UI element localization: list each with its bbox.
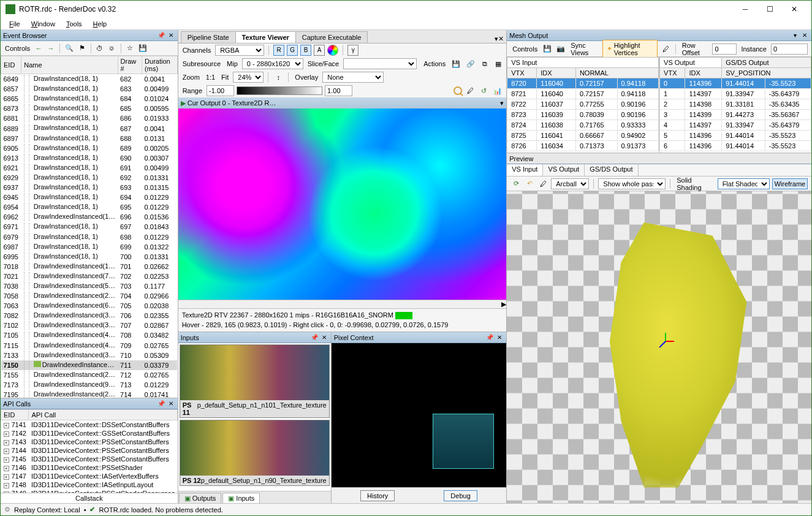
undo-icon[interactable]: ↶ xyxy=(524,178,535,189)
tab-outputs[interactable]: ▣ Outputs xyxy=(179,493,222,503)
vertex-row[interactable]: 111439791.33947-35.64379 xyxy=(660,89,811,99)
hscroll-right[interactable]: ▶ xyxy=(501,300,506,308)
col-duration[interactable]: Duration (ms) xyxy=(142,56,178,74)
event-row[interactable]: 6995DrawInstanced(18, 1)7000.01331 xyxy=(1,252,178,262)
col-draw[interactable]: Draw # xyxy=(118,56,142,74)
event-row[interactable]: 7150DrawIndexedInstance…7110.03379 xyxy=(1,360,178,370)
event-row[interactable]: 7021DrawIndexedInstanced(7…7020.02253 xyxy=(1,271,178,281)
gamma-button[interactable]: γ xyxy=(347,45,359,56)
event-row[interactable]: 6881DrawInstanced(18, 1)6860.01933 xyxy=(1,113,178,123)
vertex-row[interactable]: 611439691.44014-35.5523 xyxy=(660,141,811,151)
api-call-row[interactable]: +7141ID3D11DeviceContext::DSSetConstantB… xyxy=(1,420,178,430)
vertex-row[interactable]: 87211160400.721570.94118 xyxy=(507,89,659,99)
event-row[interactable]: 7038DrawIndexedInstanced(5…7030.1177 xyxy=(1,281,178,291)
event-row[interactable]: 7115DrawIndexedInstanced(4…7090.02765 xyxy=(1,341,178,351)
event-row[interactable]: 7018DrawIndexedInstanced(1…7010.02662 xyxy=(1,262,178,271)
api-call-row[interactable]: +7144ID3D11DeviceContext::PSSetConstantB… xyxy=(1,446,178,455)
pin-icon[interactable]: 📌 xyxy=(485,333,494,342)
vertex-row[interactable]: 011439691.44014-35.5523 xyxy=(660,78,811,89)
wand-icon[interactable]: 🖊 xyxy=(465,85,476,96)
event-row[interactable]: 6929DrawInstanced(18, 1)6920.01331 xyxy=(1,173,178,183)
event-row[interactable]: 6945DrawInstanced(18, 1)6940.01229 xyxy=(1,192,178,202)
debug-button[interactable]: Debug xyxy=(444,490,477,501)
col-eid[interactable]: EID xyxy=(1,56,21,74)
api-call-row[interactable]: +7142ID3D11DeviceContext::GSSetConstantB… xyxy=(1,429,178,438)
mip-select[interactable]: 0 - 2880x1620 xyxy=(242,58,303,69)
vs-input-table[interactable]: VS Input VTX IDX NORMAL 87201160400.7215… xyxy=(507,57,659,153)
event-row[interactable]: 6979DrawInstanced(18, 1)6980.01229 xyxy=(1,232,178,242)
event-row[interactable]: 7102DrawIndexedInstanced(3…7070.02867 xyxy=(1,321,178,330)
tab-pipeline-state[interactable]: Pipeline State xyxy=(181,31,236,43)
pin-icon[interactable]: 📌 xyxy=(310,333,319,342)
col-call[interactable]: API Call xyxy=(29,410,177,420)
close-icon[interactable]: ✕ xyxy=(167,400,175,408)
next-arrow-icon[interactable]: → xyxy=(45,43,56,54)
event-row[interactable]: 7195DrawIndexedInstanced(2…7140.01741 xyxy=(1,390,178,398)
preview-tab-vs-input[interactable]: VS Input xyxy=(507,164,543,176)
minimize-button[interactable]: ─ xyxy=(733,2,757,16)
range-slider[interactable] xyxy=(237,86,322,95)
texture-view[interactable] xyxy=(178,108,507,300)
close-icon[interactable]: ✕ xyxy=(167,31,175,40)
save-icon[interactable]: 💾 xyxy=(542,44,553,55)
camera-mode-select[interactable]: Arcball xyxy=(551,178,589,189)
api-call-row[interactable]: +7146ID3D11DeviceContext::PSSetShader xyxy=(1,463,178,472)
histogram-icon[interactable]: 📊 xyxy=(491,85,504,96)
vertex-row[interactable]: 87221160370.772550.90196 xyxy=(507,99,659,110)
vertex-row[interactable]: 511439691.44014-35.5523 xyxy=(660,131,811,141)
history-button[interactable]: History xyxy=(360,490,395,501)
refresh-icon[interactable]: ⟳ xyxy=(510,178,522,189)
vertex-row[interactable]: 87231160390.780390.90196 xyxy=(507,110,659,120)
close-icon[interactable]: ✕ xyxy=(800,31,809,40)
menu-help[interactable]: Help xyxy=(88,19,112,29)
vertex-row[interactable]: 87261160340.713730.91373 xyxy=(507,141,659,151)
event-table[interactable]: EID Name Draw # Duration (ms) 6849DrawIn… xyxy=(1,56,178,398)
vertex-row[interactable]: 87201160400.721570.94118 xyxy=(507,78,659,89)
menu-window[interactable]: Window xyxy=(26,19,60,29)
event-row[interactable]: 6921DrawInstanced(18, 1)6910.00499 xyxy=(1,163,178,173)
bookmark-icon[interactable]: ☆ xyxy=(124,43,135,54)
dropdown-icon[interactable]: ▾ xyxy=(791,31,799,40)
event-row[interactable]: 7063DrawIndexedInstanced(6…7050.02038 xyxy=(1,301,178,311)
input-thumbnail[interactable]: PS 11p_default_Setup_n1_n101_Texture_tex… xyxy=(180,344,330,418)
channels-select[interactable]: RGBA xyxy=(215,45,264,56)
range-high-input[interactable] xyxy=(325,85,352,96)
highlight-vertices-button[interactable]: ✦Highlight Vertices xyxy=(602,40,658,58)
event-row[interactable]: 6865DrawInstanced(18, 1)6840.01024 xyxy=(1,94,178,104)
texture-output-tab[interactable]: ▶ Cur Output 0 - Texture2D R… ▾ xyxy=(178,97,507,108)
instance-input[interactable] xyxy=(771,44,808,55)
event-row[interactable]: 6962DrawIndexedInstanced(1…6960.01536 xyxy=(1,212,178,222)
event-row[interactable]: 6971DrawInstanced(18, 1)6970.01843 xyxy=(1,222,178,232)
channel-g-button[interactable]: G xyxy=(287,45,298,56)
col-name[interactable]: Name xyxy=(21,56,118,74)
event-row[interactable]: 6873DrawInstanced(18, 1)6850.00595 xyxy=(1,104,178,113)
zoom-1to1-button[interactable]: 1:1 xyxy=(204,72,217,83)
vs-output-table[interactable]: VS Output GS/DS Output VTX IDX SV_POSITI… xyxy=(659,57,811,153)
menu-tools[interactable]: Tools xyxy=(61,19,87,29)
range-low-input[interactable] xyxy=(207,85,234,96)
api-calls-table[interactable]: EID API Call +7141ID3D11DeviceContext::D… xyxy=(1,409,178,493)
popout-icon[interactable]: ⧉ xyxy=(479,58,490,69)
grid-icon[interactable]: ▦ xyxy=(493,58,504,69)
event-row[interactable]: 6987DrawInstanced(18, 1)6990.01322 xyxy=(1,242,178,252)
event-row[interactable]: 7155DrawIndexedInstanced(2…7120.02765 xyxy=(1,370,178,380)
col-eid[interactable]: EID xyxy=(1,410,29,420)
vertex-row[interactable]: 311439991.44273-35.56367 xyxy=(660,110,811,120)
pin-icon[interactable]: 📌 xyxy=(157,31,165,40)
maximize-button[interactable]: ☐ xyxy=(757,2,782,16)
wireframe-button[interactable]: Wireframe xyxy=(772,178,808,189)
tab-inputs[interactable]: ▣ Inputs xyxy=(222,493,260,503)
channel-b-button[interactable]: B xyxy=(300,45,311,56)
vertex-row[interactable]: 211439891.33181-35.63435 xyxy=(660,99,811,110)
zoom-range-icon[interactable] xyxy=(453,86,462,95)
event-row[interactable]: 6857DrawInstanced(18, 1)6830.00499 xyxy=(1,84,178,94)
mesh-preview-canvas[interactable] xyxy=(507,191,811,503)
api-call-row[interactable]: +7147ID3D11DeviceContext::IASetVertexBuf… xyxy=(1,472,178,480)
wand-icon[interactable]: 🖊 xyxy=(660,44,671,55)
event-row[interactable]: 6897DrawInstanced(18, 1)6880.0131 xyxy=(1,134,178,143)
event-row[interactable]: 7173DrawIndexedInstanced(9…7130.01229 xyxy=(1,380,178,390)
close-icon[interactable]: ✕ xyxy=(495,333,504,342)
show-mode-select[interactable]: Show whole pass xyxy=(598,178,666,189)
find-icon[interactable]: 🔍 xyxy=(63,43,75,54)
tab-vs-output[interactable]: VS Output xyxy=(660,58,722,68)
